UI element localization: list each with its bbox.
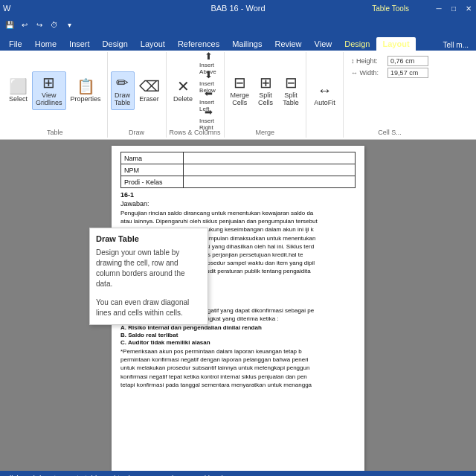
- eraser-label: Eraser: [139, 95, 159, 103]
- window-controls: ─ □ ✕: [431, 0, 476, 16]
- tooltip-title: Draw Table: [96, 234, 202, 243]
- nama-label: Nama: [121, 152, 184, 164]
- split-cells-button[interactable]: ⊞ SplitCells: [254, 71, 277, 110]
- autosave-quick-btn[interactable]: ⏱: [48, 18, 61, 31]
- tab-insert[interactable]: Insert: [63, 37, 96, 51]
- ribbon-group-rows-cols: ✕ Delete ⬆ Insert Above ⬇ Insert Below ⬅…: [167, 52, 225, 138]
- ribbon-group-autofit: ↔ AutoFit: [306, 52, 344, 138]
- autofit-group-buttons: ↔ AutoFit: [311, 54, 338, 135]
- prodi-value[interactable]: [184, 176, 356, 188]
- status-bar: click and drag to create table and to dr…: [0, 471, 476, 476]
- height-label: ↕ Height:: [351, 57, 385, 65]
- table-row: Nama: [121, 152, 356, 164]
- select-label: Select: [9, 95, 28, 103]
- minimize-button[interactable]: ─: [431, 0, 446, 16]
- ribbon-group-draw: ✏ DrawTable ⌫ Eraser Draw: [108, 52, 167, 138]
- title-bar-left: W: [3, 4, 10, 13]
- select-button[interactable]: ⬜ Select: [6, 71, 30, 110]
- table-row: NPM: [121, 164, 356, 176]
- tooltip-line2: You can even draw diagonal lines and cel…: [96, 298, 202, 318]
- customize-quick-btn[interactable]: ▾: [62, 18, 76, 31]
- split-table-button[interactable]: ⊟ SplitTable: [279, 71, 303, 110]
- tooltip-line1: Design your own table by drawing the cel…: [96, 248, 202, 289]
- window-title: BAB 16 - Word: [210, 4, 265, 13]
- prodi-label: Prodi - Kelas: [121, 176, 184, 188]
- split-cells-icon: ⊞: [260, 75, 272, 90]
- nama-value[interactable]: [184, 152, 356, 164]
- rows-cols-buttons: ✕ Delete ⬆ Insert Above ⬇ Insert Below ⬅…: [170, 54, 219, 127]
- properties-icon: 📋: [77, 79, 95, 94]
- delete-button[interactable]: ✕ Delete: [170, 71, 196, 110]
- insert-right-icon: ➡: [205, 106, 213, 118]
- maximize-button[interactable]: □: [446, 0, 461, 16]
- autofit-button[interactable]: ↔ AutoFit: [311, 75, 338, 114]
- merge-cells-icon: ⊟: [234, 75, 246, 90]
- gridlines-icon: ⊞: [42, 75, 55, 90]
- insert-right-button[interactable]: ➡ Insert Right: [197, 109, 219, 127]
- height-value[interactable]: 0,76 cm: [387, 56, 428, 66]
- redo-quick-btn[interactable]: ↪: [33, 18, 46, 31]
- draw-table-label: DrawTable: [115, 91, 131, 106]
- section2-item-a: A. Risiko internal dan pengendalian dini…: [120, 324, 356, 331]
- properties-label: Properties: [71, 95, 101, 103]
- width-row: ↔ Width: 19,57 cm: [351, 68, 428, 78]
- title-bar: W BAB 16 - Word Table Tools ─ □ ✕: [0, 0, 476, 16]
- split-cells-label: SplitCells: [258, 91, 273, 106]
- draw-table-tooltip: Draw Table Design your own table by draw…: [89, 228, 208, 325]
- delete-icon: ✕: [177, 79, 190, 94]
- height-row: ↕ Height: 0,76 cm: [351, 56, 428, 66]
- section2-footer-text: *Pemeriksaan akun pos permintaan dalam l…: [120, 347, 356, 389]
- npm-label: NPM: [121, 164, 184, 176]
- quick-access-toolbar: 💾 ↩ ↪ ⏱ ▾: [0, 16, 476, 33]
- cell-size-area: ↕ Height: 0,76 cm ↔ Width: 19,57 cm: [347, 54, 433, 80]
- draw-table-button[interactable]: ✏ DrawTable: [111, 71, 135, 110]
- properties-button[interactable]: 📋 Properties: [68, 71, 104, 110]
- tab-design-context[interactable]: Design: [338, 37, 376, 51]
- tell-me-input[interactable]: Tell m...: [439, 39, 473, 51]
- insert-above-icon: ⬆: [205, 51, 213, 62]
- section2-item-c: C. Auditor tidak memiliki alasan: [120, 339, 356, 346]
- tab-references[interactable]: References: [172, 37, 225, 51]
- insert-left-icon: ⬅: [205, 88, 213, 99]
- rows-cols-group-label: Rows & Columns: [170, 127, 221, 136]
- ribbon-group-cell-size: ↕ Height: 0,76 cm ↔ Width: 19,57 cm Cell…: [344, 52, 436, 138]
- section1-header: 16-1: [120, 191, 356, 199]
- eraser-button[interactable]: ⌫ Eraser: [136, 71, 163, 110]
- tab-mailings[interactable]: Mailings: [226, 37, 268, 51]
- select-icon: ⬜: [9, 79, 28, 94]
- ribbon-group-table: ⬜ Select ⊞ ViewGridlines 📋 Properties Ta…: [3, 52, 108, 138]
- split-table-label: SplitTable: [283, 91, 299, 106]
- section1-answer-label: Jawaban:: [120, 200, 356, 208]
- merge-cells-label: MergeCells: [231, 91, 250, 106]
- insert-below-icon: ⬇: [205, 69, 213, 80]
- draw-table-icon: ✏: [116, 75, 129, 90]
- tab-review[interactable]: Review: [269, 37, 308, 51]
- document-area: Nama NPM Prodi - Kelas 16-1 Jawaban: Pen…: [0, 140, 476, 471]
- view-gridlines-button[interactable]: ⊞ ViewGridlines: [32, 71, 66, 110]
- ribbon-tabs: File Home Insert Design Layout Reference…: [0, 33, 476, 51]
- table-row: Prodi - Kelas: [121, 176, 356, 188]
- merge-cells-button[interactable]: ⊟ MergeCells: [228, 71, 253, 110]
- word-icon: W: [3, 4, 10, 13]
- merge-group-label: Merge: [256, 127, 275, 136]
- tab-home[interactable]: Home: [29, 37, 62, 51]
- tab-view[interactable]: View: [309, 37, 338, 51]
- split-table-icon: ⊟: [285, 75, 298, 90]
- section2-item-b: B. Saldo real terlibat: [120, 332, 356, 338]
- merge-group-buttons: ⊟ MergeCells ⊞ SplitCells ⊟ SplitTable: [228, 54, 303, 127]
- tab-layout[interactable]: Layout: [135, 37, 171, 51]
- table-group-buttons: ⬜ Select ⊞ ViewGridlines 📋 Properties: [6, 54, 104, 127]
- undo-quick-btn[interactable]: ↩: [18, 18, 31, 31]
- draw-group-buttons: ✏ DrawTable ⌫ Eraser: [111, 54, 163, 127]
- width-value[interactable]: 19,57 cm: [387, 68, 428, 78]
- save-quick-btn[interactable]: 💾: [3, 18, 16, 31]
- tab-layout-context[interactable]: Layout: [376, 37, 415, 51]
- view-gridlines-label: ViewGridlines: [36, 91, 62, 106]
- autofit-icon: ↔: [318, 83, 332, 97]
- npm-value[interactable]: [184, 164, 356, 176]
- draw-group-label: Draw: [129, 127, 144, 136]
- tab-file[interactable]: File: [3, 37, 28, 51]
- cell-size-group-label: Cell S...: [378, 127, 402, 136]
- close-button[interactable]: ✕: [461, 0, 476, 16]
- tab-design[interactable]: Design: [97, 37, 134, 51]
